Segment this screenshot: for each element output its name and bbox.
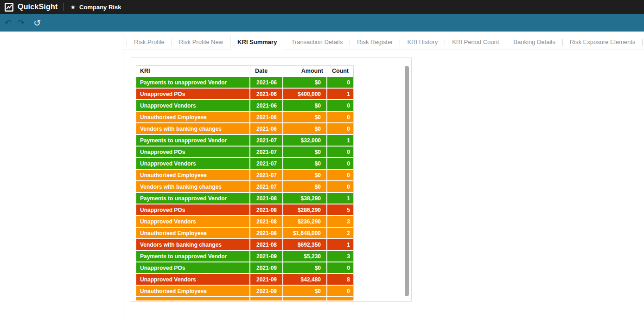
- kri-cell[interactable]: Unapproved POs: [136, 147, 250, 158]
- table-row[interactable]: Vendors with banking changes2021-08$692,…: [136, 239, 353, 251]
- kri-cell[interactable]: Unapproved Vendors: [136, 216, 250, 228]
- kri-cell[interactable]: Vendors with banking changes: [136, 181, 250, 193]
- date-cell[interactable]: 2021-09: [250, 286, 283, 297]
- date-cell[interactable]: 2021-06: [250, 112, 283, 123]
- table-row[interactable]: Unapproved POs2021-09$00: [136, 262, 353, 274]
- count-cell[interactable]: 1: [327, 193, 353, 204]
- amount-cell[interactable]: $32,000: [283, 135, 327, 147]
- date-cell[interactable]: 2021-06: [250, 100, 283, 112]
- count-cell[interactable]: 2: [327, 228, 353, 239]
- date-cell[interactable]: 2021-07: [250, 170, 283, 181]
- table-row[interactable]: Unapproved Vendors2021-08$236,2903: [136, 216, 353, 228]
- amount-cell[interactable]: $692,350: [283, 239, 327, 251]
- count-cell[interactable]: 1: [327, 135, 353, 147]
- amount-cell[interactable]: $0: [283, 147, 327, 158]
- date-cell[interactable]: 2021-08: [250, 193, 283, 204]
- tab-risk-profile[interactable]: Risk Profile: [127, 35, 172, 50]
- tab-kri-history[interactable]: KRI History: [400, 35, 445, 50]
- count-cell[interactable]: 0: [327, 170, 353, 181]
- column-header-date[interactable]: Date: [250, 66, 283, 77]
- amount-cell[interactable]: $38,290: [283, 193, 327, 204]
- count-cell[interactable]: 0: [327, 147, 353, 158]
- amount-cell[interactable]: $0: [283, 262, 327, 274]
- count-cell[interactable]: 0: [327, 77, 353, 89]
- kri-cell[interactable]: Unauthorised Employees: [136, 286, 250, 297]
- tab-risk-exposure-elements[interactable]: Risk Exposure Elements: [563, 35, 643, 50]
- table-row[interactable]: Unapproved Vendors2021-06$00: [136, 100, 353, 112]
- table-row[interactable]: Payments to unapproved Vendor2021-07$32,…: [136, 135, 353, 147]
- kri-cell[interactable]: Unapproved Vendors: [136, 158, 250, 170]
- amount-cell[interactable]: $0: [283, 100, 327, 112]
- date-cell[interactable]: 2021-09: [250, 251, 283, 262]
- table-row[interactable]: Vendors with banking changes2021-09: [136, 297, 353, 300]
- kri-cell[interactable]: Payments to unapproved Vendor: [136, 251, 250, 262]
- date-cell[interactable]: 2021-08: [250, 239, 283, 251]
- kri-cell[interactable]: Payments to unapproved Vendor: [136, 77, 250, 89]
- count-cell[interactable]: 8: [327, 274, 353, 286]
- undo-icon[interactable]: ↶: [5, 19, 12, 27]
- kri-cell[interactable]: Vendors with banking changes: [136, 123, 250, 135]
- date-cell[interactable]: 2021-09: [250, 262, 283, 274]
- date-cell[interactable]: 2021-06: [250, 89, 283, 100]
- kri-cell[interactable]: Vendors with banking changes: [136, 239, 250, 251]
- date-cell[interactable]: 2021-07: [250, 158, 283, 170]
- date-cell[interactable]: 2021-07: [250, 147, 283, 158]
- table-row[interactable]: Unapproved POs2021-06$400,0001: [136, 89, 353, 100]
- date-cell[interactable]: 2021-08: [250, 216, 283, 228]
- tab-risk-profile-new[interactable]: Risk Profile New: [172, 35, 230, 50]
- column-header-amount[interactable]: Amount: [283, 66, 327, 77]
- tab-risk-register[interactable]: Risk Register: [350, 35, 400, 50]
- kri-cell[interactable]: Unapproved Vendors: [136, 100, 250, 112]
- date-cell[interactable]: 2021-06: [250, 123, 283, 135]
- kri-cell[interactable]: Unapproved Vendors: [136, 274, 250, 286]
- amount-cell[interactable]: $286,290: [283, 204, 327, 216]
- table-row[interactable]: Payments to unapproved Vendor2021-09$5,2…: [136, 251, 353, 262]
- favorite-star-icon[interactable]: ★: [70, 4, 76, 10]
- kri-cell[interactable]: Unauthorised Employees: [136, 170, 250, 181]
- amount-cell[interactable]: $0: [283, 170, 327, 181]
- table-row[interactable]: Payments to unapproved Vendor2021-06$00: [136, 77, 353, 89]
- amount-cell[interactable]: $400,000: [283, 89, 327, 100]
- redo-icon[interactable]: ↷: [18, 19, 25, 27]
- amount-cell[interactable]: $236,290: [283, 216, 327, 228]
- tab-kri-period-count[interactable]: KRI Period Count: [445, 35, 506, 50]
- amount-cell[interactable]: $0: [283, 158, 327, 170]
- amount-cell[interactable]: $0: [283, 123, 327, 135]
- kri-cell[interactable]: Payments to unapproved Vendor: [136, 135, 250, 147]
- date-cell[interactable]: 2021-07: [250, 181, 283, 193]
- table-row[interactable]: Payments to unapproved Vendor2021-08$38,…: [136, 193, 353, 204]
- kri-cell[interactable]: Vendors with banking changes: [136, 297, 250, 300]
- count-cell[interactable]: 0: [327, 112, 353, 123]
- date-cell[interactable]: 2021-09: [250, 274, 283, 286]
- amount-cell[interactable]: $5,230: [283, 251, 327, 262]
- kri-cell[interactable]: Payments to unapproved Vendor: [136, 193, 250, 204]
- date-cell[interactable]: 2021-06: [250, 77, 283, 89]
- table-row[interactable]: Vendors with banking changes2021-07$00: [136, 181, 353, 193]
- amount-cell[interactable]: $0: [283, 181, 327, 193]
- kri-cell[interactable]: Unauthorised Employees: [136, 228, 250, 239]
- count-cell[interactable]: [327, 297, 353, 300]
- count-cell[interactable]: 1: [327, 239, 353, 251]
- table-row[interactable]: Unauthorised Employees2021-06$00: [136, 112, 353, 123]
- count-cell[interactable]: 0: [327, 100, 353, 112]
- table-row[interactable]: Unapproved Vendors2021-09$42,4808: [136, 274, 353, 286]
- count-cell[interactable]: 0: [327, 158, 353, 170]
- tab-kri-summary[interactable]: KRI Summary: [230, 35, 284, 50]
- table-row[interactable]: Unauthorised Employees2021-07$00: [136, 170, 353, 181]
- count-cell[interactable]: 0: [327, 262, 353, 274]
- table-row[interactable]: Vendors with banking changes2021-06$00: [136, 123, 353, 135]
- kri-cell[interactable]: Unapproved POs: [136, 204, 250, 216]
- date-cell[interactable]: 2021-09: [250, 297, 283, 300]
- kri-cell[interactable]: Unauthorised Employees: [136, 112, 250, 123]
- date-cell[interactable]: 2021-08: [250, 204, 283, 216]
- count-cell[interactable]: 0: [327, 181, 353, 193]
- table-row[interactable]: Unapproved POs2021-08$286,2905: [136, 204, 353, 216]
- count-cell[interactable]: 3: [327, 216, 353, 228]
- table-row[interactable]: Unapproved POs2021-07$00: [136, 147, 353, 158]
- quicksight-logo-icon[interactable]: [5, 3, 13, 12]
- count-cell[interactable]: 0: [327, 286, 353, 297]
- amount-cell[interactable]: $42,480: [283, 274, 327, 286]
- kri-cell[interactable]: Unapproved POs: [136, 89, 250, 100]
- amount-cell[interactable]: $1,648,000: [283, 228, 327, 239]
- table-row[interactable]: Unauthorised Employees2021-08$1,648,0002: [136, 228, 353, 239]
